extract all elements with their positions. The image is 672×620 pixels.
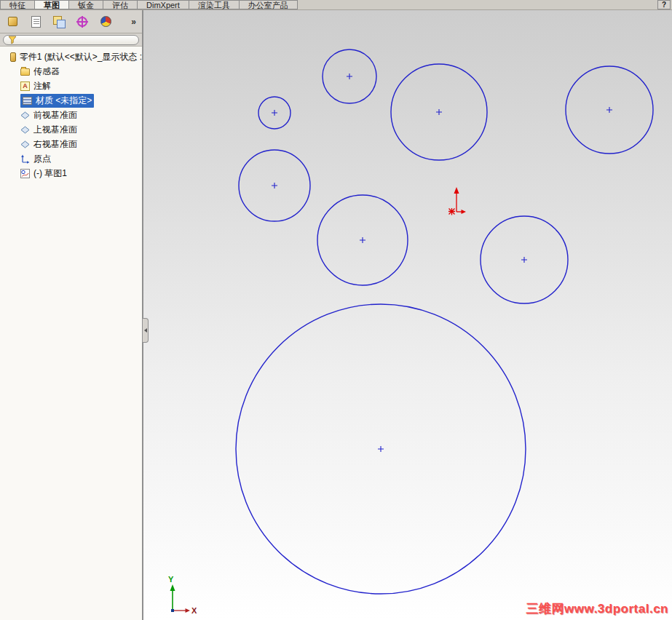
tree-item-part[interactable]: 零件1 (默认<<默认>_显示状态 : <box>0 49 142 64</box>
sketch-circle[interactable] <box>239 150 310 221</box>
crosshair-circle-icon <box>77 17 87 27</box>
tree-item-label: 零件1 (默认<<默认>_显示状态 : <box>20 51 142 63</box>
dimxpert-manager-icon[interactable] <box>74 14 90 30</box>
display-manager-icon[interactable] <box>98 14 114 30</box>
page-icon <box>31 16 41 28</box>
material-icon <box>23 97 32 105</box>
sketch-circles-layer <box>236 49 653 594</box>
sketch-circle[interactable] <box>317 195 408 285</box>
view-triad: Y X <box>168 575 197 615</box>
sensors-folder-icon <box>20 68 30 76</box>
property-manager-icon[interactable] <box>28 14 44 30</box>
solidworks-window: 特征 草图 钣金 评估 DimXpert 渲染工具 办公室产品 ? » <box>0 0 672 620</box>
sketch-circle[interactable] <box>236 304 526 594</box>
tree-item-top-plane[interactable]: 上视基准面 <box>0 122 142 137</box>
tree-item-sketch1[interactable]: (-) 草图1 <box>0 166 142 180</box>
tab-dimxpert[interactable]: DimXpert <box>138 0 189 9</box>
command-manager-tabs: 特征 草图 钣金 评估 DimXpert 渲染工具 办公室产品 ? <box>0 0 672 10</box>
tree-filter-row <box>0 33 142 47</box>
tab-evaluate[interactable]: 评估 <box>103 0 138 9</box>
graphics-area[interactable]: Y X 三维网www.3dportal.cn <box>143 10 672 620</box>
tree-item-material[interactable]: 材质 <未指定> <box>0 93 142 108</box>
triad-x-label: X <box>191 606 197 615</box>
tree-item-label: 右视基准面 <box>33 138 77 151</box>
sketch-circle[interactable] <box>481 216 568 303</box>
feature-manager-tree-icon[interactable] <box>4 14 20 30</box>
tree-item-origin[interactable]: 原点 <box>0 151 142 166</box>
sketch-origin-marker[interactable] <box>448 187 466 215</box>
sketch-viewport[interactable]: Y X <box>143 10 672 620</box>
tab-render-tools[interactable]: 渲染工具 <box>189 0 240 9</box>
sketch-icon <box>20 169 30 178</box>
watermark-text: 三维网www.3dportal.cn <box>526 600 668 617</box>
tree-filter-input[interactable] <box>3 35 139 45</box>
feature-tree: 零件1 (默认<<默认>_显示状态 : 传感器 A 注解 材质 <未指定> <box>0 47 142 180</box>
help-button[interactable]: ? <box>657 0 671 9</box>
tree-item-label: 注解 <box>33 80 51 92</box>
sketch-circle[interactable] <box>566 66 653 154</box>
tab-sheet-metal[interactable]: 钣金 <box>69 0 103 9</box>
triad-origin-point <box>171 609 174 612</box>
plane-icon <box>20 140 30 148</box>
tree-item-label: 上视基准面 <box>33 124 77 136</box>
sketch-circle[interactable] <box>258 97 290 129</box>
tree-item-front-plane[interactable]: 前视基准面 <box>0 108 142 122</box>
triad-y-label: Y <box>168 575 174 584</box>
tree-item-label: 前视基准面 <box>33 109 77 122</box>
tree-item-label: 传感器 <box>33 65 60 78</box>
filter-funnel-icon <box>8 36 17 44</box>
beach-ball-icon <box>100 16 111 27</box>
tab-features[interactable]: 特征 <box>0 0 35 9</box>
tree-item-label: 原点 <box>33 153 51 165</box>
origin-icon <box>20 154 30 164</box>
tree-item-label: 材质 <未指定> <box>36 95 92 107</box>
tab-sketch[interactable]: 草图 <box>35 0 69 9</box>
selected-highlight: 材质 <未指定> <box>20 94 94 108</box>
tree-item-annotations[interactable]: A 注解 <box>0 79 142 93</box>
annotations-icon: A <box>20 82 30 91</box>
tree-item-right-plane[interactable]: 右视基准面 <box>0 137 142 151</box>
part-icon <box>10 52 16 62</box>
plane-icon <box>20 111 30 119</box>
manager-tab-toolbar: » <box>0 10 142 33</box>
stacked-squares-icon <box>53 16 65 28</box>
sketch-circle[interactable] <box>391 64 487 160</box>
plane-icon <box>20 126 30 134</box>
tree-item-label: (-) 草图1 <box>33 167 67 180</box>
tree-item-sensors[interactable]: 传感器 <box>0 64 142 79</box>
toolbar-overflow-chevron[interactable]: » <box>131 17 138 27</box>
configuration-manager-icon[interactable] <box>51 14 67 30</box>
part-cube-icon <box>8 17 17 26</box>
panel-collapse-handle[interactable] <box>143 318 149 343</box>
tab-office-products[interactable]: 办公室产品 <box>240 0 298 9</box>
feature-manager-panel: » 零件1 (默认<<默认>_显示状态 : 传感器 A 注解 <box>0 10 143 620</box>
sketch-circle[interactable] <box>323 49 376 103</box>
